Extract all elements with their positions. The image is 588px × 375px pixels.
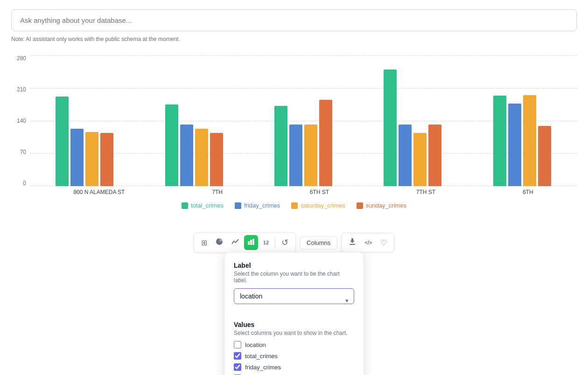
code-icon: </> xyxy=(364,240,372,245)
checkbox-friday-crimes-input[interactable] xyxy=(234,363,241,371)
legend-label-sunday: sunday_crimes xyxy=(366,202,406,209)
bar-total-3 xyxy=(274,106,287,186)
legend-label-friday: friday_crimes xyxy=(244,202,280,209)
legend-total-crimes: total_crimes xyxy=(182,202,224,209)
bar-friday-3 xyxy=(289,125,302,186)
search-input[interactable] xyxy=(11,9,577,31)
bar-total-4 xyxy=(384,69,397,186)
bar-sunday-5 xyxy=(538,126,551,186)
legend-color-green xyxy=(182,202,188,209)
bar-saturday-2 xyxy=(195,129,208,186)
bar-friday-5 xyxy=(508,104,521,186)
checkbox-location[interactable]: location xyxy=(234,341,354,348)
label-select[interactable]: location total_crimes friday_crimes satu… xyxy=(234,288,354,304)
checkbox-total-crimes-label: total_crimes xyxy=(245,353,278,360)
x-label-3: 6TH ST xyxy=(310,189,329,195)
x-label-2: 7TH xyxy=(212,189,223,195)
y-axis: 0 70 140 210 280 xyxy=(11,56,30,186)
checkbox-total-crimes[interactable]: total_crimes xyxy=(234,352,354,360)
bar-total-2 xyxy=(165,104,178,186)
note-text: Note: AI assistant only works with the p… xyxy=(11,36,577,42)
line-chart-button[interactable] xyxy=(228,235,242,250)
bar-group-3 xyxy=(274,100,332,186)
legend-saturday-crimes: saturday_crimes xyxy=(291,202,345,209)
y-label-210: 210 xyxy=(11,87,26,92)
y-label-0: 0 xyxy=(11,181,26,186)
values-section: Values Select columns you want to show i… xyxy=(234,321,354,375)
bar-sunday-2 xyxy=(210,133,223,186)
bar-group-2 xyxy=(165,104,223,186)
svg-rect-2 xyxy=(252,239,254,245)
legend-color-orange xyxy=(357,202,363,209)
bar-friday-4 xyxy=(399,125,412,186)
svg-rect-0 xyxy=(248,241,250,245)
heart-icon: ♡ xyxy=(380,238,387,247)
x-labels: 800 N ALAMEDA ST 7TH 6TH ST 7TH ST 6TH xyxy=(11,189,577,195)
checkbox-friday-crimes-label: friday_crimes xyxy=(245,364,281,371)
columns-button[interactable]: Columns xyxy=(300,236,337,250)
download-icon xyxy=(349,238,356,247)
bar-sunday-4 xyxy=(428,125,441,186)
bar-total-1 xyxy=(56,97,69,186)
x-label-5: 6TH xyxy=(523,189,533,195)
main-container: Note: AI assistant only works with the p… xyxy=(0,0,588,375)
toolbar-row: ⊞ 12 ↺ xyxy=(11,232,577,253)
bar-group-1 xyxy=(56,97,113,186)
legend-color-blue xyxy=(235,202,241,209)
checkbox-total-crimes-input[interactable] xyxy=(234,352,241,360)
x-label-1: 800 N ALAMEDA ST xyxy=(73,189,125,195)
checkbox-friday-crimes[interactable]: friday_crimes xyxy=(234,363,354,371)
pie-icon xyxy=(216,238,223,247)
bar-friday-1 xyxy=(70,129,84,186)
checkbox-location-label: location xyxy=(245,341,266,348)
bar-saturday-5 xyxy=(523,95,536,186)
bar-saturday-3 xyxy=(304,125,317,186)
toolbar: ⊞ 12 ↺ xyxy=(194,232,296,253)
pie-chart-button[interactable] xyxy=(212,235,226,250)
x-label-4: 7TH ST xyxy=(416,189,435,195)
chart-area: 0 70 140 210 280 xyxy=(11,51,577,218)
y-label-70: 70 xyxy=(11,149,26,155)
chart-legend: total_crimes friday_crimes saturday_crim… xyxy=(11,202,577,209)
bar-sunday-3 xyxy=(319,100,332,186)
y-label-280: 280 xyxy=(11,56,26,61)
label-section-desc: Select the column you want to be the cha… xyxy=(234,271,354,284)
bars-area xyxy=(30,56,577,186)
svg-rect-3 xyxy=(350,244,355,245)
toolbar-divider-1 xyxy=(275,237,275,248)
legend-friday-crimes: friday_crimes xyxy=(235,202,280,209)
grid-view-button[interactable]: ⊞ xyxy=(198,236,210,250)
download-button[interactable] xyxy=(345,235,359,250)
code-button[interactable]: </> xyxy=(361,237,375,248)
bar-group-5 xyxy=(493,95,551,186)
legend-label-saturday: saturday_crimes xyxy=(301,202,345,209)
legend-label-total: total_crimes xyxy=(191,202,224,209)
legend-color-yellow xyxy=(291,202,298,209)
bar-total-5 xyxy=(493,96,506,186)
chart-plot xyxy=(30,56,577,186)
favorite-button[interactable]: ♡ xyxy=(377,236,390,250)
svg-rect-1 xyxy=(250,240,252,245)
grid-icon: ⊞ xyxy=(201,238,207,247)
values-section-desc: Select columns you want to show in the c… xyxy=(234,330,354,336)
bar-chart-button[interactable] xyxy=(244,235,258,250)
toolbar-right: </> ♡ xyxy=(341,233,394,252)
chart-wrapper: 0 70 140 210 280 xyxy=(11,56,577,186)
values-section-title: Values xyxy=(234,321,354,328)
number-view-button[interactable]: 12 xyxy=(260,237,272,248)
bar-icon xyxy=(247,238,255,247)
refresh-button[interactable]: ↺ xyxy=(278,235,292,250)
refresh-icon: ↺ xyxy=(281,237,288,248)
y-label-140: 140 xyxy=(11,118,26,124)
label-section-title: Label xyxy=(234,262,354,269)
checkbox-list: location total_crimes friday_crimes satu… xyxy=(234,341,354,375)
bar-sunday-1 xyxy=(100,133,113,186)
label-select-wrapper: location total_crimes friday_crimes satu… xyxy=(234,288,354,312)
bar-group-4 xyxy=(384,69,441,186)
checkbox-location-input[interactable] xyxy=(234,341,241,348)
number-icon: 12 xyxy=(263,240,269,245)
bar-saturday-1 xyxy=(85,132,98,186)
bar-friday-2 xyxy=(180,125,193,186)
legend-sunday-crimes: sunday_crimes xyxy=(357,202,406,209)
line-icon xyxy=(231,238,239,247)
